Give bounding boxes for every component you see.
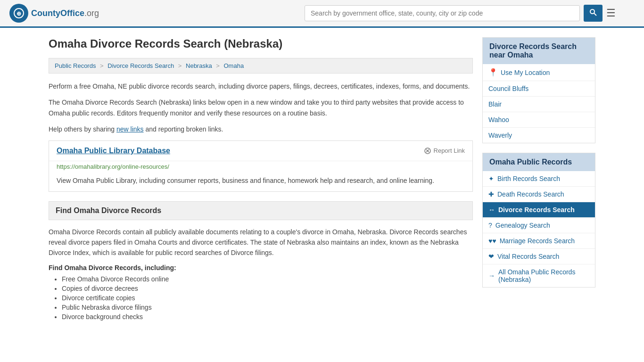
nearby-list: Council Bluffs Blair Wahoo Waverly bbox=[483, 81, 595, 143]
birth-icon: ✦ bbox=[488, 175, 494, 182]
report-link-label: Report Link bbox=[434, 147, 465, 154]
breadcrumb-sep1: > bbox=[100, 62, 104, 69]
breadcrumb-sep3: > bbox=[216, 62, 220, 69]
sidebar-genealogy: ? Genealogy Search bbox=[483, 218, 595, 233]
menu-button[interactable]: ☰ bbox=[606, 7, 616, 19]
logo-area: ⊕ CountyOffice.org bbox=[9, 4, 99, 23]
divorce-icon: ↔ bbox=[488, 206, 495, 214]
report-link[interactable]: Report Link bbox=[424, 147, 465, 155]
record-card-header: Omaha Public Library Database Report Lin… bbox=[49, 141, 472, 161]
public-records-list: ✦ Birth Records Search ✚ Death Records S… bbox=[483, 171, 595, 287]
use-location[interactable]: 📍 Use My Location bbox=[483, 64, 595, 81]
genealogy-icon: ? bbox=[488, 222, 492, 229]
list-title: Find Omaha Divorce Records, including: bbox=[49, 264, 473, 272]
sidebar-divorce-records: ↔ Divorce Records Search bbox=[483, 202, 595, 218]
marriage-records-link[interactable]: ♥♥ Marriage Records Search bbox=[483, 233, 595, 248]
header: ⊕ CountyOffice.org ☰ bbox=[0, 0, 644, 28]
breadcrumb: Public Records > Divorce Records Search … bbox=[49, 58, 473, 74]
list-item: Free Omaha Divorce Records online bbox=[62, 275, 473, 283]
vital-icon: ❤ bbox=[488, 253, 494, 260]
section-description: Omaha Divorce Records contain all public… bbox=[49, 227, 473, 258]
find-section-header: Find Omaha Divorce Records bbox=[49, 201, 473, 220]
public-records-box: Omaha Public Records ✦ Birth Records Sea… bbox=[482, 153, 595, 288]
marriage-icon: ♥♥ bbox=[488, 237, 496, 245]
logo-text: CountyOffice.org bbox=[31, 8, 99, 18]
location-pin-icon: 📍 bbox=[488, 68, 498, 77]
list-item-waverly: Waverly bbox=[483, 128, 595, 143]
record-card-url: https://omahalibrary.org/online-resource… bbox=[49, 161, 472, 172]
new-links[interactable]: new links bbox=[116, 125, 144, 133]
sidebar-marriage-records: ♥♥ Marriage Records Search bbox=[483, 233, 595, 249]
search-area: ☰ bbox=[305, 5, 616, 22]
nearby-link-council-bluffs[interactable]: Council Bluffs bbox=[483, 81, 595, 96]
svg-line-3 bbox=[594, 13, 596, 16]
record-card-desc: View Omaha Public Library, including con… bbox=[49, 172, 472, 191]
use-location-label: Use My Location bbox=[501, 69, 550, 76]
sidebar-all-records: → All Omaha Public Records (Nebraska) bbox=[483, 264, 595, 287]
sidebar-birth-records: ✦ Birth Records Search bbox=[483, 171, 595, 187]
list-item-blair: Blair bbox=[483, 97, 595, 112]
breadcrumb-divorce-records[interactable]: Divorce Records Search bbox=[107, 62, 174, 69]
breadcrumb-sep2: > bbox=[178, 62, 182, 69]
nearby-link-blair[interactable]: Blair bbox=[483, 97, 595, 112]
record-list: Free Omaha Divorce Records online Copies… bbox=[49, 275, 473, 321]
list-item: Divorce certificate copies bbox=[62, 294, 473, 302]
section-title: Find Omaha Divorce Records bbox=[56, 206, 161, 214]
death-records-link[interactable]: ✚ Death Records Search bbox=[483, 187, 595, 202]
description-3: Help others by sharing new links and rep… bbox=[49, 124, 473, 134]
description-2: The Omaha Divorce Records Search (Nebras… bbox=[49, 97, 473, 118]
list-item: Public Nebraska divorce filings bbox=[62, 304, 473, 311]
nearby-title: Divorce Records Search near Omaha bbox=[483, 38, 595, 64]
list-item-wahoo: Wahoo bbox=[483, 112, 595, 128]
record-card-link[interactable]: https://omahalibrary.org/online-resource… bbox=[57, 163, 169, 170]
logo-icon: ⊕ bbox=[9, 4, 28, 23]
divorce-records-link[interactable]: ↔ Divorce Records Search bbox=[483, 202, 595, 217]
svg-text:⊕: ⊕ bbox=[17, 10, 21, 17]
list-item: Divorce background checks bbox=[62, 313, 473, 321]
death-icon: ✚ bbox=[488, 190, 494, 198]
vital-records-link[interactable]: ❤ Vital Records Search bbox=[483, 249, 595, 264]
public-records-title: Omaha Public Records bbox=[483, 153, 595, 171]
main-container: Omaha Divorce Records Search (Nebraska) … bbox=[39, 28, 605, 332]
record-card-title[interactable]: Omaha Public Library Database bbox=[57, 147, 170, 155]
list-item-council-bluffs: Council Bluffs bbox=[483, 81, 595, 97]
page-title: Omaha Divorce Records Search (Nebraska) bbox=[49, 37, 473, 50]
sidebar-vital-records: ❤ Vital Records Search bbox=[483, 249, 595, 264]
birth-records-link[interactable]: ✦ Birth Records Search bbox=[483, 171, 595, 186]
main-content: Omaha Divorce Records Search (Nebraska) … bbox=[49, 37, 473, 322]
breadcrumb-public-records[interactable]: Public Records bbox=[55, 62, 96, 69]
svg-point-2 bbox=[590, 9, 594, 14]
search-button[interactable] bbox=[584, 5, 603, 22]
nearby-link-wahoo[interactable]: Wahoo bbox=[483, 112, 595, 127]
description-1: Perform a free Omaha, NE public divorce … bbox=[49, 81, 473, 91]
genealogy-link[interactable]: ? Genealogy Search bbox=[483, 218, 595, 233]
list-item: Copies of divorce decrees bbox=[62, 285, 473, 292]
all-icon: → bbox=[488, 272, 495, 280]
search-input[interactable] bbox=[305, 5, 580, 21]
record-card: Omaha Public Library Database Report Lin… bbox=[49, 140, 473, 192]
breadcrumb-omaha[interactable]: Omaha bbox=[224, 62, 244, 69]
nearby-link-waverly[interactable]: Waverly bbox=[483, 128, 595, 143]
nearby-box: Divorce Records Search near Omaha 📍 Use … bbox=[482, 37, 595, 143]
sidebar-death-records: ✚ Death Records Search bbox=[483, 187, 595, 202]
all-records-link[interactable]: → All Omaha Public Records (Nebraska) bbox=[483, 264, 595, 287]
breadcrumb-nebraska[interactable]: Nebraska bbox=[186, 62, 212, 69]
sidebar: Divorce Records Search near Omaha 📍 Use … bbox=[482, 37, 595, 322]
